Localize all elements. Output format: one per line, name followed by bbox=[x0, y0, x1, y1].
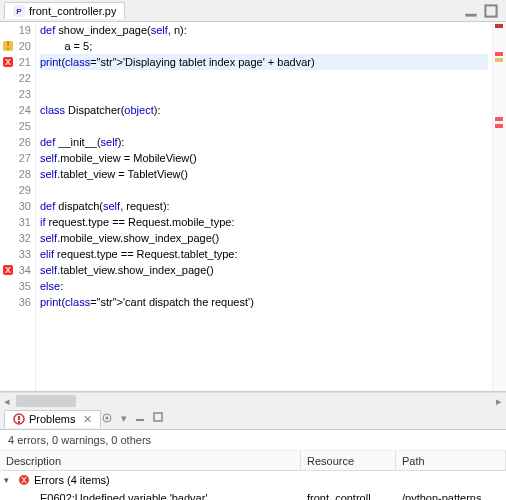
code-line[interactable]: else: bbox=[40, 278, 488, 294]
gutter-line: 26 bbox=[0, 134, 35, 150]
overview-mark[interactable] bbox=[495, 124, 503, 128]
gutter-line: x34 bbox=[0, 262, 35, 278]
svg-rect-9 bbox=[18, 416, 20, 420]
line-number: 25 bbox=[19, 120, 31, 132]
overview-mark[interactable] bbox=[495, 58, 503, 62]
problem-path: /python-patterns bbox=[396, 489, 506, 500]
column-header-path[interactable]: Path bbox=[396, 451, 506, 470]
python-file-icon: P bbox=[13, 5, 25, 17]
code-line[interactable] bbox=[40, 118, 488, 134]
problem-row[interactable]: xE0602:Undefined variable 'badvar'front_… bbox=[0, 489, 506, 500]
minimize-icon[interactable] bbox=[464, 4, 478, 18]
gutter-line: 30 bbox=[0, 198, 35, 214]
line-number: 24 bbox=[19, 104, 31, 116]
error-marker-icon[interactable]: x bbox=[2, 56, 14, 68]
problems-table: Description Resource Path ▾ x Errors (4 … bbox=[0, 451, 506, 500]
scroll-right-icon[interactable]: ▸ bbox=[492, 393, 506, 409]
gutter-line: 29 bbox=[0, 182, 35, 198]
problems-tab[interactable]: Problems ✕ bbox=[4, 410, 101, 428]
warn-marker-icon[interactable]: ! bbox=[2, 40, 14, 52]
gutter-line: 36 bbox=[0, 294, 35, 310]
code-line[interactable]: self.tablet_view = TabletView() bbox=[40, 166, 488, 182]
problems-tab-label: Problems bbox=[29, 413, 75, 425]
menu-dropdown-icon[interactable]: ▾ bbox=[121, 412, 127, 425]
code-line[interactable]: self.tablet_view.show_index_page() bbox=[40, 262, 488, 278]
code-line[interactable]: print(class="str">'Displaying tablet ind… bbox=[40, 54, 488, 70]
column-header-description[interactable]: Description bbox=[0, 451, 301, 470]
gutter-line: 24 bbox=[0, 102, 35, 118]
line-number: 27 bbox=[19, 152, 31, 164]
column-header-resource[interactable]: Resource bbox=[301, 451, 396, 470]
errors-group-row[interactable]: ▾ x Errors (4 items) bbox=[0, 471, 506, 489]
svg-rect-14 bbox=[154, 413, 162, 421]
svg-text:x: x bbox=[21, 474, 27, 485]
code-editor[interactable]: 19!20x21222324252627282930313233x343536 … bbox=[0, 22, 506, 392]
maximize-icon[interactable] bbox=[153, 412, 163, 425]
line-number: 29 bbox=[19, 184, 31, 196]
line-number: 19 bbox=[19, 24, 31, 36]
line-number: 34 bbox=[19, 264, 31, 276]
chevron-down-icon[interactable]: ▾ bbox=[4, 475, 14, 485]
table-header: Description Resource Path bbox=[0, 451, 506, 471]
code-line[interactable]: print(class="str">'cant dispatch the req… bbox=[40, 294, 488, 310]
code-line[interactable] bbox=[40, 182, 488, 198]
code-line[interactable]: self.mobile_view.show_index_page() bbox=[40, 230, 488, 246]
code-line[interactable]: self.mobile_view = MobileView() bbox=[40, 150, 488, 166]
code-body[interactable]: def show_index_page(self, n): a = 5; pri… bbox=[36, 22, 492, 391]
line-number: 36 bbox=[19, 296, 31, 308]
error-marker-icon[interactable]: x bbox=[2, 264, 14, 276]
problem-resource: front_controll... bbox=[301, 489, 396, 500]
svg-point-12 bbox=[106, 417, 109, 420]
code-line[interactable]: def show_index_page(self, n): bbox=[40, 22, 488, 38]
svg-rect-13 bbox=[136, 419, 144, 421]
errors-group-label: Errors (4 items) bbox=[34, 474, 110, 486]
editor-tab-label: front_controller.py bbox=[29, 5, 116, 17]
gutter-line: 33 bbox=[0, 246, 35, 262]
gutter-line: 25 bbox=[0, 118, 35, 134]
horizontal-scrollbar[interactable]: ◂ ▸ bbox=[0, 392, 506, 408]
gutter-line: 22 bbox=[0, 70, 35, 86]
scroll-left-icon[interactable]: ◂ bbox=[0, 393, 14, 409]
gutter-line: 27 bbox=[0, 150, 35, 166]
line-number: 35 bbox=[19, 280, 31, 292]
code-line[interactable] bbox=[40, 70, 488, 86]
gutter-line: 32 bbox=[0, 230, 35, 246]
problems-summary: 4 errors, 0 warnings, 0 others bbox=[0, 430, 506, 451]
problems-view-icon bbox=[13, 413, 25, 425]
error-badge-icon: x bbox=[18, 474, 30, 486]
svg-rect-10 bbox=[18, 421, 20, 423]
editor-tab-bar: P front_controller.py bbox=[0, 0, 506, 22]
gutter-line: 28 bbox=[0, 166, 35, 182]
line-number: 20 bbox=[19, 40, 31, 52]
minimize-icon[interactable] bbox=[135, 412, 145, 425]
code-line[interactable]: class Dispatcher(object): bbox=[40, 102, 488, 118]
code-line[interactable]: def __init__(self): bbox=[40, 134, 488, 150]
line-number: 22 bbox=[19, 72, 31, 84]
close-icon[interactable]: ✕ bbox=[79, 413, 92, 426]
gutter-line: !20 bbox=[0, 38, 35, 54]
line-number: 28 bbox=[19, 168, 31, 180]
overview-ruler[interactable] bbox=[492, 22, 506, 391]
overview-mark[interactable] bbox=[495, 117, 503, 121]
focus-icon[interactable] bbox=[101, 412, 113, 425]
line-number: 32 bbox=[19, 232, 31, 244]
overview-mark[interactable] bbox=[495, 52, 503, 56]
problem-description: E0602:Undefined variable 'badvar' bbox=[40, 492, 207, 500]
maximize-icon[interactable] bbox=[484, 4, 498, 18]
code-line[interactable] bbox=[40, 86, 488, 102]
code-line[interactable]: elif request.type == Request.tablet_type… bbox=[40, 246, 488, 262]
code-line[interactable]: if request.type == Request.mobile_type: bbox=[40, 214, 488, 230]
line-number: 31 bbox=[19, 216, 31, 228]
scroll-thumb[interactable] bbox=[16, 395, 76, 407]
overview-mark[interactable] bbox=[495, 24, 503, 28]
editor-tab[interactable]: P front_controller.py bbox=[4, 2, 125, 19]
svg-rect-1 bbox=[485, 5, 496, 16]
line-number: 26 bbox=[19, 136, 31, 148]
svg-text:x: x bbox=[5, 264, 11, 275]
gutter-line: 23 bbox=[0, 86, 35, 102]
line-number: 33 bbox=[19, 248, 31, 260]
line-number: 21 bbox=[19, 56, 31, 68]
line-number: 23 bbox=[19, 88, 31, 100]
code-line[interactable]: a = 5; bbox=[40, 38, 488, 54]
code-line[interactable]: def dispatch(self, request): bbox=[40, 198, 488, 214]
